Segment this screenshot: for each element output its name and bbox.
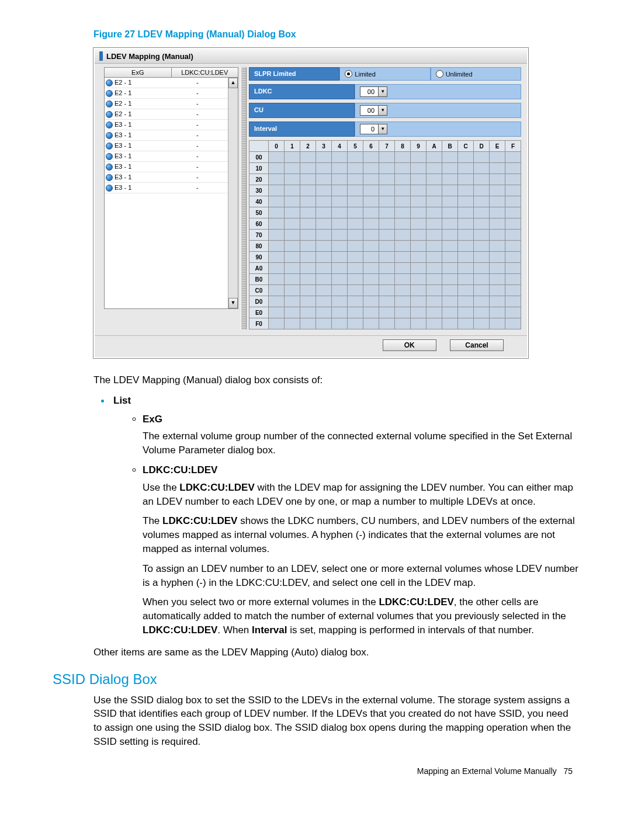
- grid-cell[interactable]: [474, 230, 490, 241]
- grid-cell[interactable]: [395, 296, 411, 307]
- grid-cell[interactable]: [442, 307, 458, 318]
- grid-cell[interactable]: [474, 274, 490, 285]
- grid-cell[interactable]: [411, 207, 427, 218]
- grid-cell[interactable]: [490, 230, 505, 241]
- grid-cell[interactable]: [332, 185, 348, 196]
- list-item[interactable]: E3 - 1-: [105, 162, 228, 172]
- grid-cell[interactable]: [474, 307, 490, 318]
- grid-cell[interactable]: [395, 318, 411, 329]
- grid-cell[interactable]: [411, 163, 427, 174]
- grid-cell[interactable]: [300, 318, 316, 329]
- grid-cell[interactable]: [490, 218, 505, 230]
- radio-limited[interactable]: Limited: [339, 67, 430, 81]
- grid-cell[interactable]: [427, 252, 442, 263]
- grid-cell[interactable]: [300, 285, 316, 296]
- grid-cell[interactable]: [474, 196, 490, 207]
- grid-cell[interactable]: [395, 285, 411, 296]
- grid-cell[interactable]: [363, 241, 379, 252]
- grid-cell[interactable]: [316, 285, 332, 296]
- grid-cell[interactable]: [505, 196, 521, 207]
- list-item[interactable]: E3 - 1-: [105, 172, 228, 183]
- grid-cell[interactable]: [427, 230, 442, 241]
- grid-cell[interactable]: [316, 252, 332, 263]
- grid-cell[interactable]: [411, 152, 427, 163]
- grid-cell[interactable]: [332, 163, 348, 174]
- grid-cell[interactable]: [379, 174, 395, 185]
- grid-cell[interactable]: [348, 307, 363, 318]
- splitter-handle[interactable]: [241, 67, 247, 329]
- grid-cell[interactable]: [442, 230, 458, 241]
- grid-cell[interactable]: [442, 285, 458, 296]
- grid-cell[interactable]: [316, 152, 332, 163]
- grid-cell[interactable]: [505, 307, 521, 318]
- grid-cell[interactable]: [427, 196, 442, 207]
- grid-cell[interactable]: [395, 163, 411, 174]
- grid-cell[interactable]: [379, 218, 395, 230]
- grid-cell[interactable]: [363, 307, 379, 318]
- grid-cell[interactable]: [269, 152, 285, 163]
- grid-cell[interactable]: [490, 196, 505, 207]
- grid-cell[interactable]: [458, 218, 474, 230]
- grid-cell[interactable]: [316, 263, 332, 274]
- grid-cell[interactable]: [458, 163, 474, 174]
- grid-cell[interactable]: [379, 196, 395, 207]
- grid-cell[interactable]: [505, 185, 521, 196]
- grid-cell[interactable]: [458, 296, 474, 307]
- grid-cell[interactable]: [474, 174, 490, 185]
- grid-cell[interactable]: [379, 185, 395, 196]
- grid-cell[interactable]: [411, 230, 427, 241]
- grid-cell[interactable]: [348, 152, 363, 163]
- grid-cell[interactable]: [348, 196, 363, 207]
- list-item[interactable]: E3 - 1-: [105, 120, 228, 130]
- grid-cell[interactable]: [458, 318, 474, 329]
- grid-cell[interactable]: [379, 163, 395, 174]
- grid-cell[interactable]: [348, 318, 363, 329]
- grid-cell[interactable]: [316, 274, 332, 285]
- grid-cell[interactable]: [442, 296, 458, 307]
- grid-cell[interactable]: [395, 196, 411, 207]
- grid-cell[interactable]: [474, 241, 490, 252]
- grid-cell[interactable]: [348, 230, 363, 241]
- grid-cell[interactable]: [332, 307, 348, 318]
- interval-select[interactable]: 0 ▼: [360, 124, 387, 134]
- grid-cell[interactable]: [379, 274, 395, 285]
- grid-cell[interactable]: [285, 207, 300, 218]
- grid-cell[interactable]: [474, 296, 490, 307]
- grid-cell[interactable]: [458, 241, 474, 252]
- grid-cell[interactable]: [395, 185, 411, 196]
- grid-cell[interactable]: [300, 152, 316, 163]
- grid-cell[interactable]: [474, 218, 490, 230]
- grid-cell[interactable]: [300, 174, 316, 185]
- grid-cell[interactable]: [379, 230, 395, 241]
- grid-cell[interactable]: [411, 296, 427, 307]
- grid-cell[interactable]: [474, 318, 490, 329]
- grid-cell[interactable]: [363, 185, 379, 196]
- grid-cell[interactable]: [332, 196, 348, 207]
- grid-cell[interactable]: [458, 285, 474, 296]
- grid-cell[interactable]: [505, 263, 521, 274]
- list-item[interactable]: E2 - 1-: [105, 109, 228, 120]
- grid-cell[interactable]: [505, 218, 521, 230]
- grid-cell[interactable]: [490, 274, 505, 285]
- grid-cell[interactable]: [442, 263, 458, 274]
- grid-cell[interactable]: [300, 241, 316, 252]
- grid-cell[interactable]: [285, 318, 300, 329]
- scroll-down-icon[interactable]: ▼: [228, 298, 238, 308]
- grid-cell[interactable]: [332, 285, 348, 296]
- grid-cell[interactable]: [363, 252, 379, 263]
- grid-cell[interactable]: [285, 152, 300, 163]
- grid-cell[interactable]: [269, 252, 285, 263]
- grid-cell[interactable]: [379, 263, 395, 274]
- grid-cell[interactable]: [363, 218, 379, 230]
- grid-cell[interactable]: [442, 218, 458, 230]
- grid-cell[interactable]: [395, 263, 411, 274]
- grid-cell[interactable]: [300, 230, 316, 241]
- grid-cell[interactable]: [395, 174, 411, 185]
- grid-cell[interactable]: [348, 296, 363, 307]
- grid-cell[interactable]: [269, 174, 285, 185]
- grid-cell[interactable]: [505, 296, 521, 307]
- grid-cell[interactable]: [442, 252, 458, 263]
- grid-cell[interactable]: [363, 152, 379, 163]
- grid-cell[interactable]: [490, 152, 505, 163]
- grid-cell[interactable]: [363, 296, 379, 307]
